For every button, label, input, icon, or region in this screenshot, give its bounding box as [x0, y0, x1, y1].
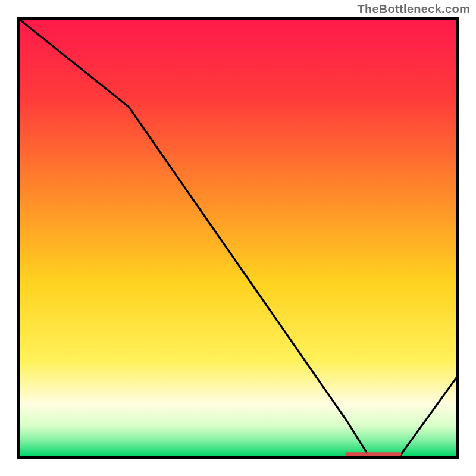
watermark-text: TheBottleneck.com: [357, 2, 470, 16]
curve-layer: [20, 20, 456, 456]
plot-area: [17, 17, 459, 459]
bottleneck-curve: [20, 20, 456, 456]
chart-frame: TheBottleneck.com: [0, 0, 476, 476]
